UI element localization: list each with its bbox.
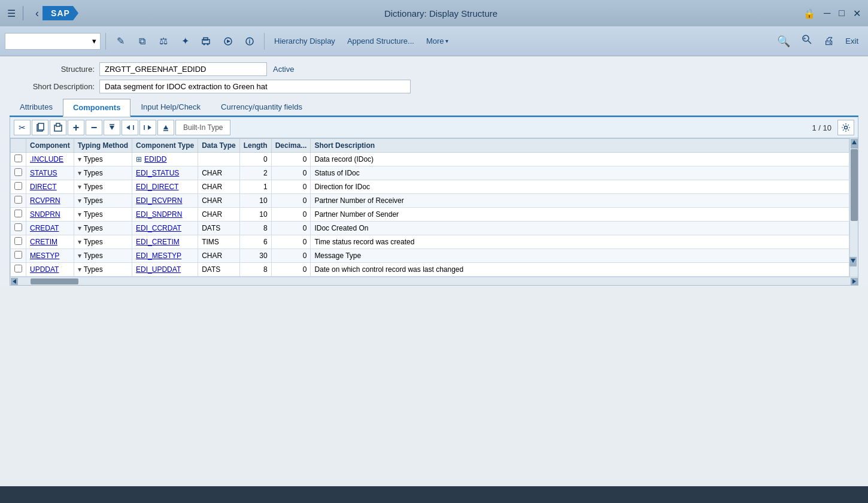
table-row[interactable]: DIRECT▾TypesEDI_DIRECTCHAR10Direction fo… [11, 180, 849, 194]
component-link[interactable]: UPDDAT [30, 265, 59, 274]
structure-value[interactable]: ZRGTT_GREENHAT_EDIDD [99, 62, 267, 76]
row-component[interactable]: CRETIM [26, 235, 74, 249]
tab-input-help[interactable]: Input Help/Check [130, 98, 211, 116]
add-row-button[interactable]: + [68, 120, 84, 135]
print-button[interactable]: 🖨 [819, 32, 839, 51]
row-checkbox-cell[interactable] [11, 208, 26, 222]
zoom-button[interactable]: + [796, 32, 818, 51]
row-component-type[interactable]: EDI_MESTYP [132, 249, 198, 263]
row-checkbox[interactable] [14, 265, 22, 272]
short-desc-value[interactable]: Data segment for IDOC extraction to Gree… [99, 80, 411, 93]
row-checkbox[interactable] [14, 251, 22, 259]
append-structure-button[interactable]: Append Structure... [342, 32, 419, 51]
table-row[interactable]: SNDPRN▾TypesEDI_SNDPRNCHAR100Partner Num… [11, 208, 849, 222]
tab-components[interactable]: Components [63, 99, 130, 117]
row-component-type[interactable]: EDI_DIRECT [132, 180, 198, 194]
table-row[interactable]: RCVPRN▾TypesEDI_RCVPRNCHAR100Partner Num… [11, 194, 849, 208]
horiz-scroll-thumb[interactable] [31, 278, 78, 284]
component-type-link[interactable]: EDI_MESTYP [136, 252, 181, 260]
hierarchy-display-button[interactable]: Hierarchy Display [269, 32, 340, 51]
move-down-button[interactable] [104, 120, 120, 135]
row-checkbox-cell[interactable] [11, 180, 26, 194]
info-button[interactable]: i [240, 32, 259, 51]
built-in-type-button[interactable]: Built-In Type [175, 120, 230, 135]
row-checkbox[interactable] [14, 196, 22, 204]
typing-arrow[interactable]: ▾ [78, 224, 81, 232]
row-checkbox-cell[interactable] [11, 194, 26, 208]
component-link[interactable]: STATUS [30, 169, 57, 177]
row-component[interactable]: CREDAT [26, 222, 74, 235]
row-component[interactable]: UPDDAT [26, 263, 74, 277]
paste-button[interactable] [50, 120, 66, 135]
component-link[interactable]: MESTYP [30, 252, 59, 260]
component-link[interactable]: RCVPRN [30, 196, 60, 205]
row-component[interactable]: DIRECT [26, 180, 74, 194]
move-last-col-button[interactable] [139, 120, 156, 135]
row-checkbox-cell[interactable] [11, 222, 26, 235]
scroll-thumb[interactable] [851, 149, 858, 221]
typing-arrow[interactable]: ▾ [78, 265, 81, 274]
row-component-type[interactable]: EDI_STATUS [132, 166, 198, 180]
exit-button[interactable]: Exit [840, 32, 863, 51]
row-checkbox-cell[interactable] [11, 235, 26, 249]
row-checkbox-cell[interactable] [11, 166, 26, 180]
remove-row-button[interactable]: − [86, 120, 102, 135]
row-checkbox-cell[interactable] [11, 153, 26, 166]
transport-button[interactable] [197, 32, 216, 51]
component-type-link[interactable]: EDI_CCRDAT [136, 224, 181, 232]
component-link[interactable]: CRETIM [30, 238, 57, 246]
activate-button[interactable] [218, 32, 238, 51]
row-checkbox[interactable] [14, 168, 22, 176]
move-up-button[interactable] [157, 120, 174, 135]
component-link[interactable]: .INCLUDE [30, 155, 63, 163]
row-component-type[interactable]: EDI_SNDPRN [132, 208, 198, 222]
scroll-down-arrow[interactable] [849, 257, 857, 266]
typing-arrow[interactable]: ▾ [78, 238, 81, 246]
row-component[interactable]: RCVPRN [26, 194, 74, 208]
row-checkbox-cell[interactable] [11, 249, 26, 263]
hamburger-menu-button[interactable]: ☰ [7, 8, 16, 19]
component-type-link[interactable]: EDI_SNDPRN [136, 210, 182, 219]
row-component-type[interactable]: EDI_CCRDAT [132, 222, 198, 235]
row-checkbox[interactable] [14, 182, 22, 190]
back-button[interactable]: ‹ [35, 7, 39, 20]
row-component[interactable]: MESTYP [26, 249, 74, 263]
row-component-type[interactable]: EDI_RCVPRN [132, 194, 198, 208]
move-first-col-button[interactable] [122, 120, 138, 135]
minimize-button[interactable]: ─ [824, 8, 830, 19]
where-used-button[interactable]: ⧉ [132, 32, 151, 51]
scroll-left-arrow[interactable] [11, 278, 18, 285]
tab-attributes[interactable]: Attributes [10, 98, 63, 116]
typing-arrow[interactable]: ▾ [78, 155, 81, 163]
table-row[interactable]: MESTYP▾TypesEDI_MESTYPCHAR300Message Typ… [11, 249, 849, 263]
typing-arrow[interactable]: ▾ [78, 210, 81, 219]
table-row[interactable]: CREDAT▾TypesEDI_CCRDATDATS80IDoc Created… [11, 222, 849, 235]
row-checkbox[interactable] [14, 237, 22, 245]
row-checkbox[interactable] [14, 210, 22, 217]
table-row[interactable]: UPDDAT▾TypesEDI_UPDDATDATS80Date on whic… [11, 263, 849, 277]
typing-arrow[interactable]: ▾ [78, 252, 81, 260]
copy-button[interactable] [32, 120, 48, 135]
maximize-button[interactable]: □ [839, 8, 845, 19]
component-link[interactable]: CREDAT [30, 224, 59, 232]
more-button[interactable]: More ▾ [421, 32, 453, 51]
row-component-type[interactable]: EDI_CRETIM [132, 235, 198, 249]
tab-currency[interactable]: Currency/quantity fields [211, 98, 312, 116]
cut-button[interactable]: ✂ [14, 120, 31, 135]
edit-button[interactable]: ✎ [111, 32, 130, 51]
row-component-type[interactable]: EDI_UPDDAT [132, 263, 198, 277]
lock-icon[interactable]: 🔒 [803, 8, 815, 19]
component-link[interactable]: DIRECT [30, 183, 57, 191]
component-type-link[interactable]: EDI_DIRECT [136, 183, 178, 191]
search-icon-button[interactable]: 🔍 [772, 32, 795, 51]
row-checkbox[interactable] [14, 223, 22, 231]
component-type-link[interactable]: EDIDD [144, 155, 166, 163]
table-row[interactable]: CRETIM▾TypesEDI_CRETIMTIMS60Time status … [11, 235, 849, 249]
row-checkbox[interactable] [14, 154, 22, 162]
typing-arrow[interactable]: ▾ [78, 196, 81, 205]
scroll-right-arrow[interactable] [851, 278, 858, 285]
horizontal-scrollbar[interactable] [10, 277, 858, 285]
nav-dropdown[interactable]: ▾ [5, 33, 101, 50]
typing-arrow[interactable]: ▾ [78, 183, 81, 191]
row-component[interactable]: STATUS [26, 166, 74, 180]
